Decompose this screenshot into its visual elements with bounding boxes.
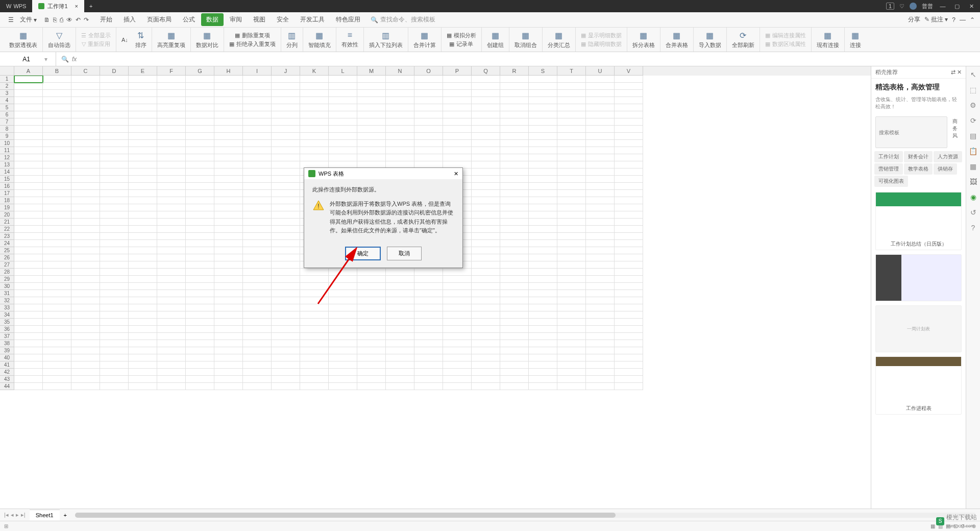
cell[interactable] xyxy=(214,383,243,390)
cell[interactable] xyxy=(157,83,186,90)
cell[interactable] xyxy=(272,219,300,226)
cell[interactable] xyxy=(186,76,214,83)
cell[interactable] xyxy=(500,147,529,154)
cell[interactable] xyxy=(129,226,157,233)
cell[interactable] xyxy=(586,283,615,290)
cell[interactable] xyxy=(129,154,157,161)
create-group-button[interactable]: ▦创建组 xyxy=(485,30,506,50)
cell[interactable] xyxy=(557,361,586,369)
cell[interactable] xyxy=(586,197,615,204)
cell[interactable] xyxy=(386,147,414,154)
subtotal-button[interactable]: ▦分类汇总 xyxy=(546,30,572,50)
cell[interactable] xyxy=(243,383,272,390)
cell[interactable] xyxy=(500,219,529,226)
cell[interactable] xyxy=(557,340,586,347)
cell[interactable] xyxy=(71,319,100,326)
cell[interactable] xyxy=(443,340,472,347)
cell[interactable] xyxy=(14,240,43,247)
cell[interactable] xyxy=(386,154,414,161)
cell[interactable] xyxy=(272,254,300,261)
cell[interactable] xyxy=(243,333,272,340)
cell[interactable] xyxy=(500,183,529,190)
cell[interactable] xyxy=(214,347,243,354)
cell[interactable] xyxy=(129,111,157,118)
row-header[interactable]: 43 xyxy=(0,376,14,383)
cell[interactable] xyxy=(557,311,586,319)
row-header[interactable]: 17 xyxy=(0,190,14,197)
cell[interactable] xyxy=(43,369,71,376)
cell[interactable] xyxy=(500,97,529,104)
cell[interactable] xyxy=(529,304,557,311)
validity-button[interactable]: ≡有效性 xyxy=(339,30,360,50)
cell[interactable] xyxy=(586,90,615,97)
cell[interactable] xyxy=(329,369,357,376)
cell[interactable] xyxy=(129,326,157,333)
cell[interactable] xyxy=(472,319,500,326)
cell[interactable] xyxy=(472,354,500,361)
cell[interactable] xyxy=(357,254,386,261)
cell[interactable] xyxy=(157,261,186,269)
cell[interactable] xyxy=(500,311,529,319)
cell[interactable] xyxy=(272,261,300,269)
cell[interactable] xyxy=(71,154,100,161)
cell[interactable] xyxy=(529,190,557,197)
cell[interactable] xyxy=(14,219,43,226)
cell[interactable] xyxy=(557,269,586,276)
cell[interactable] xyxy=(186,154,214,161)
cell[interactable] xyxy=(43,161,71,168)
cell[interactable] xyxy=(129,369,157,376)
cell[interactable] xyxy=(129,304,157,311)
cell[interactable] xyxy=(472,90,500,97)
cell[interactable] xyxy=(557,347,586,354)
cell[interactable] xyxy=(272,276,300,283)
cell[interactable] xyxy=(43,133,71,140)
cell[interactable] xyxy=(357,104,386,111)
cell[interactable] xyxy=(300,347,329,354)
pivot-table-button[interactable]: ▦数据透视表 xyxy=(7,30,39,50)
cell[interactable] xyxy=(157,140,186,147)
layers-icon[interactable]: ▤ xyxy=(970,132,976,140)
cell[interactable] xyxy=(243,147,272,154)
row-header[interactable]: 9 xyxy=(0,133,14,140)
save-icon[interactable]: 🗎 xyxy=(44,16,50,23)
cell[interactable] xyxy=(472,311,500,319)
cell[interactable] xyxy=(615,233,643,240)
cell[interactable] xyxy=(100,176,129,183)
cell[interactable] xyxy=(100,304,129,311)
cell[interactable] xyxy=(14,83,43,90)
column-header[interactable]: U xyxy=(586,66,615,76)
cell[interactable] xyxy=(71,361,100,369)
sheet-tab[interactable]: Sheet1 xyxy=(30,510,60,520)
cell[interactable] xyxy=(272,383,300,390)
cell[interactable] xyxy=(14,304,43,311)
panel-close-icon[interactable]: ✕ xyxy=(957,69,962,75)
cell[interactable] xyxy=(414,168,443,176)
cell[interactable] xyxy=(186,290,214,297)
cell[interactable] xyxy=(386,183,414,190)
cell[interactable] xyxy=(329,97,357,104)
cell[interactable] xyxy=(615,319,643,326)
cell[interactable] xyxy=(71,133,100,140)
cell[interactable] xyxy=(43,361,71,369)
cell[interactable] xyxy=(100,354,129,361)
cell[interactable] xyxy=(300,176,329,183)
cell[interactable] xyxy=(129,211,157,219)
cell[interactable] xyxy=(272,361,300,369)
cell[interactable] xyxy=(329,197,357,204)
cell[interactable] xyxy=(214,97,243,104)
cell[interactable] xyxy=(243,347,272,354)
cell[interactable] xyxy=(71,190,100,197)
cell[interactable] xyxy=(357,83,386,90)
row-header[interactable]: 5 xyxy=(0,104,14,111)
cell[interactable] xyxy=(472,154,500,161)
cell[interactable] xyxy=(615,183,643,190)
cell[interactable] xyxy=(43,233,71,240)
row-header[interactable]: 18 xyxy=(0,197,14,204)
cell[interactable] xyxy=(186,176,214,183)
cell[interactable] xyxy=(71,204,100,211)
tag[interactable]: 营销管理 xyxy=(874,163,903,175)
add-sheet-button[interactable]: + xyxy=(60,512,71,518)
cell[interactable] xyxy=(472,83,500,90)
cell[interactable] xyxy=(14,154,43,161)
cell[interactable] xyxy=(615,247,643,254)
